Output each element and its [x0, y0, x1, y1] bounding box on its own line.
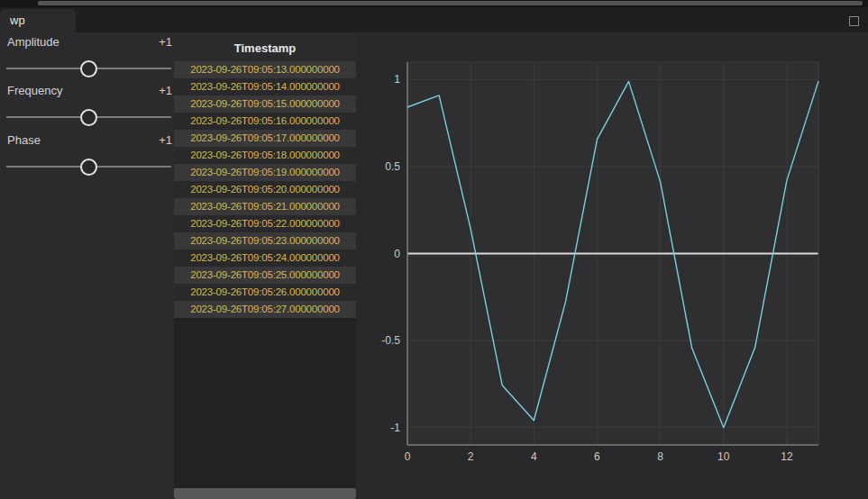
timestamp-cell: 2023-09-26T09:05:19.000000000 [190, 167, 340, 177]
x-axis-tick-label: 0 [405, 450, 411, 463]
timestamp-cell: 2023-09-26T09:05:14.000000000 [190, 81, 340, 92]
horizontal-scrollbar[interactable] [174, 488, 356, 499]
table-row: 2023-09-26T09:05:26.000000000 [174, 284, 356, 301]
timestamp-cell: 2023-09-26T09:05:13.000000000 [190, 64, 340, 75]
y-axis-tick-label: -1 [390, 422, 400, 434]
slider-handle[interactable] [80, 109, 97, 126]
frequency-value: +1 [159, 84, 172, 97]
timestamp-cell: 2023-09-26T09:05:21.000000000 [190, 201, 340, 212]
tab-label: wp [10, 14, 25, 27]
phase-control: Phase +1 [0, 131, 174, 179]
phase-slider[interactable] [6, 158, 171, 176]
timestamp-cell: 2023-09-26T09:05:15.000000000 [190, 98, 340, 109]
amplitude-label: Amplitude [7, 35, 59, 49]
titlebar [0, 0, 868, 7]
timestamp-cell: 2023-09-26T09:05:23.000000000 [190, 235, 340, 246]
table-row: 2023-09-26T09:05:20.000000000 [174, 181, 356, 198]
table-row: 2023-09-26T09:05:13.000000000 [174, 61, 356, 78]
sine-plot[interactable]: 10.50-0.5-1024681012 [356, 32, 868, 499]
frequency-row: Frequency +1 [7, 84, 172, 97]
phase-label: Phase [7, 133, 41, 147]
tab-wp[interactable]: wp [0, 9, 76, 32]
amplitude-row: Amplitude +1 [7, 35, 172, 49]
table-row: 2023-09-26T09:05:15.000000000 [174, 95, 356, 113]
tab-bar: wp [0, 7, 868, 32]
slider-handle[interactable] [80, 159, 97, 176]
x-axis-tick-label: 4 [531, 450, 537, 463]
timestamp-cell: 2023-09-26T09:05:27.000000000 [190, 304, 340, 314]
table-row: 2023-09-26T09:05:16.000000000 [174, 113, 356, 130]
controls-panel: Amplitude +1 Frequency +1 Phase +1 [0, 32, 174, 499]
y-axis-tick-label: 0 [394, 248, 400, 260]
x-axis-tick-label: 6 [594, 450, 600, 463]
phase-row: Phase +1 [7, 133, 172, 147]
y-axis-tick-label: 0.5 [385, 160, 400, 173]
x-axis-tick-label: 10 [717, 450, 730, 463]
slider-handle[interactable] [80, 60, 97, 77]
table-row: 2023-09-26T09:05:19.000000000 [174, 164, 356, 181]
table-row: 2023-09-26T09:05:24.000000000 [174, 250, 356, 267]
timestamp-table: Timestamp 2023-09-26T09:05:13.0000000002… [174, 32, 356, 499]
amplitude-value: +1 [159, 35, 172, 49]
timestamp-cell: 2023-09-26T09:05:17.000000000 [190, 132, 340, 143]
amplitude-control: Amplitude +1 [0, 32, 174, 81]
timestamp-cell: 2023-09-26T09:05:18.000000000 [190, 150, 340, 160]
frequency-control: Frequency +1 [0, 81, 174, 130]
amplitude-slider[interactable] [6, 59, 171, 77]
table-row: 2023-09-26T09:05:21.000000000 [174, 198, 356, 215]
y-axis-tick-label: -0.5 [381, 334, 400, 347]
table-body: 2023-09-26T09:05:13.0000000002023-09-26T… [174, 61, 356, 318]
phase-value: +1 [159, 133, 172, 147]
y-axis-tick-label: 1 [394, 73, 400, 86]
table-row: 2023-09-26T09:05:27.000000000 [174, 301, 356, 318]
window-button[interactable] [847, 14, 860, 27]
timestamp-cell: 2023-09-26T09:05:16.000000000 [190, 115, 340, 126]
chart-panel: 10.50-0.5-1024681012 [356, 32, 868, 499]
table-row: 2023-09-26T09:05:23.000000000 [174, 232, 356, 250]
frequency-slider[interactable] [6, 108, 171, 126]
scrollbar-thumb[interactable] [174, 488, 356, 499]
table-empty-area [174, 318, 356, 488]
x-axis-tick-label: 8 [657, 450, 663, 463]
table-row: 2023-09-26T09:05:14.000000000 [174, 78, 356, 95]
table-row: 2023-09-26T09:05:25.000000000 [174, 267, 356, 284]
x-axis-tick-label: 12 [781, 450, 793, 463]
timestamp-cell: 2023-09-26T09:05:22.000000000 [190, 218, 340, 229]
timestamp-cell: 2023-09-26T09:05:26.000000000 [190, 286, 340, 297]
timestamp-cell: 2023-09-26T09:05:20.000000000 [190, 184, 340, 195]
table-header-label: Timestamp [234, 41, 296, 55]
table-header: Timestamp [174, 32, 356, 61]
x-axis-tick-label: 2 [468, 450, 474, 463]
frequency-label: Frequency [7, 84, 62, 97]
timestamp-cell: 2023-09-26T09:05:25.000000000 [190, 269, 340, 280]
table-row: 2023-09-26T09:05:22.000000000 [174, 215, 356, 232]
titlebar-drag-strip [38, 1, 863, 5]
table-row: 2023-09-26T09:05:17.000000000 [174, 130, 356, 147]
square-outline-icon [849, 16, 859, 26]
table-row: 2023-09-26T09:05:18.000000000 [174, 147, 356, 164]
app-window: wp Amplitude +1 Frequency +1 [0, 0, 868, 499]
timestamp-cell: 2023-09-26T09:05:24.000000000 [190, 252, 340, 263]
